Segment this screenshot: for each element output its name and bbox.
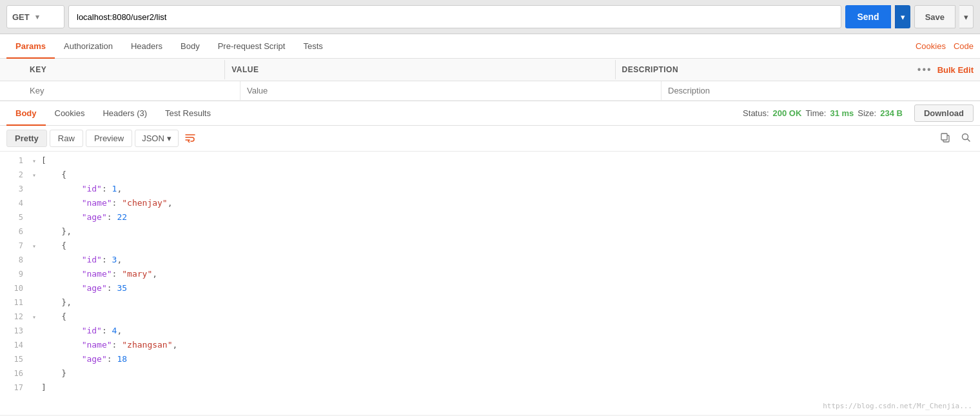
col-key-header: KEY [23, 60, 225, 79]
line-content: { [41, 310, 980, 324]
watermark: https://blog.csdn.net/Mr_Chenjia... [0, 398, 980, 415]
params-table: KEY VALUE DESCRIPTION ••• Bulk Edit [0, 59, 980, 101]
code-line: 7▾ { [0, 239, 980, 253]
response-tabs: Body Cookies Headers (3) Test Results St… [0, 101, 980, 126]
line-content: "id": 4, [41, 324, 980, 338]
wrap-icon[interactable] [185, 132, 199, 145]
tab-headers[interactable]: Headers [122, 35, 172, 59]
code-area: 1▾[2▾ {3 "id": 1,4 "name": "chenjay",5 "… [0, 152, 980, 415]
code-line: 10 "age": 35 [0, 282, 980, 296]
line-arrow[interactable]: ▾ [32, 312, 41, 322]
method-select[interactable]: GET ▾ [6, 5, 64, 28]
resp-tab-testresults[interactable]: Test Results [156, 102, 220, 126]
code-line: 12▾ { [0, 310, 980, 324]
size-value: 234 B [880, 108, 903, 118]
tab-params[interactable]: Params [6, 35, 55, 59]
copy-button[interactable] [937, 130, 953, 147]
line-content: "id": 1, [41, 183, 980, 196]
tab-prerequest[interactable]: Pre-request Script [209, 35, 295, 59]
raw-button[interactable]: Raw [50, 130, 83, 147]
line-number: 12 [0, 311, 32, 323]
line-number: 2 [0, 169, 32, 181]
line-content: "age": 22 [41, 211, 980, 224]
code-line: 5 "age": 22 [0, 211, 980, 225]
line-number: 7 [0, 240, 32, 252]
top-bar: GET ▾ Send ▾ Save ▾ [0, 0, 980, 34]
line-number: 8 [0, 254, 32, 266]
code-line: 3 "id": 1, [0, 183, 980, 197]
send-button[interactable]: Send [845, 5, 890, 28]
pretty-button[interactable]: Pretty [6, 130, 47, 147]
line-content: "id": 3, [41, 253, 980, 267]
cookies-link[interactable]: Cookies [916, 35, 946, 57]
status-value: 200 OK [773, 108, 802, 118]
code-line: 1▾[ [0, 154, 980, 168]
line-number: 6 [0, 226, 32, 238]
line-arrow[interactable]: ▾ [32, 170, 41, 181]
line-number: 11 [0, 297, 32, 309]
line-content: } [41, 367, 980, 381]
download-button[interactable]: Download [914, 104, 974, 122]
col-desc-header: DESCRIPTION [616, 60, 911, 79]
code-line: 6 }, [0, 225, 980, 239]
code-link[interactable]: Code [954, 35, 974, 57]
svg-rect-1 [941, 134, 947, 140]
resp-tab-headers[interactable]: Headers (3) [93, 102, 156, 126]
line-content: ] [41, 381, 980, 395]
tab-tests[interactable]: Tests [294, 35, 331, 59]
svg-line-3 [968, 139, 970, 142]
line-number: 1 [0, 155, 32, 167]
desc-input[interactable] [662, 81, 980, 100]
params-header: KEY VALUE DESCRIPTION ••• Bulk Edit [0, 59, 980, 81]
line-number: 14 [0, 339, 32, 352]
method-arrow: ▾ [35, 13, 59, 21]
request-tabs: Params Authorization Headers Body Pre-re… [0, 34, 980, 59]
send-dropdown-button[interactable]: ▾ [895, 5, 910, 28]
bulk-edit-button[interactable]: Bulk Edit [937, 65, 974, 75]
line-content: [ [41, 154, 980, 168]
line-number: 3 [0, 183, 32, 195]
save-button[interactable]: Save [914, 5, 956, 28]
tab-authorization[interactable]: Authorization [55, 35, 122, 59]
value-input[interactable] [240, 81, 662, 100]
code-line: 8 "id": 3, [0, 253, 980, 268]
line-content: { [41, 239, 980, 253]
params-row [0, 81, 980, 101]
format-right-actions [937, 130, 974, 147]
line-number: 15 [0, 353, 32, 366]
response-status: Status: 200 OK Time: 31 ms Size: 234 B D… [743, 104, 974, 122]
method-label: GET [12, 12, 35, 22]
tab-body[interactable]: Body [172, 35, 209, 59]
line-number: 9 [0, 268, 32, 281]
code-line: 2▾ { [0, 168, 980, 183]
code-line: 14 "name": "zhangsan", [0, 339, 980, 353]
dots-menu-button[interactable]: ••• [917, 64, 932, 75]
json-arrow: ▾ [167, 134, 172, 143]
preview-button[interactable]: Preview [86, 130, 132, 147]
col-actions: ••• Bulk Edit [911, 59, 980, 81]
save-dropdown-button[interactable]: ▾ [959, 5, 974, 28]
code-line: 11 }, [0, 296, 980, 310]
key-input[interactable] [23, 81, 240, 100]
resp-tab-body[interactable]: Body [6, 102, 46, 126]
line-number: 4 [0, 197, 32, 210]
line-content: "name": "chenjay", [41, 197, 980, 210]
line-content: }, [41, 296, 980, 310]
time-label: Time: [805, 108, 826, 118]
line-number: 17 [0, 382, 32, 394]
line-number: 16 [0, 368, 32, 380]
line-arrow[interactable]: ▾ [32, 241, 41, 252]
search-button[interactable] [958, 130, 974, 147]
code-line: 13 "id": 4, [0, 324, 980, 339]
url-input[interactable] [68, 5, 841, 28]
line-number: 13 [0, 325, 32, 337]
json-format-select[interactable]: JSON ▾ [135, 130, 179, 147]
json-label: JSON [142, 134, 164, 143]
line-arrow[interactable]: ▾ [32, 156, 41, 166]
header-check [0, 64, 23, 75]
resp-tab-cookies[interactable]: Cookies [46, 102, 94, 126]
code-line: 15 "age": 18 [0, 353, 980, 367]
code-line: 9 "name": "mary", [0, 268, 980, 282]
line-content: }, [41, 225, 980, 239]
code-line: 4 "name": "chenjay", [0, 197, 980, 211]
